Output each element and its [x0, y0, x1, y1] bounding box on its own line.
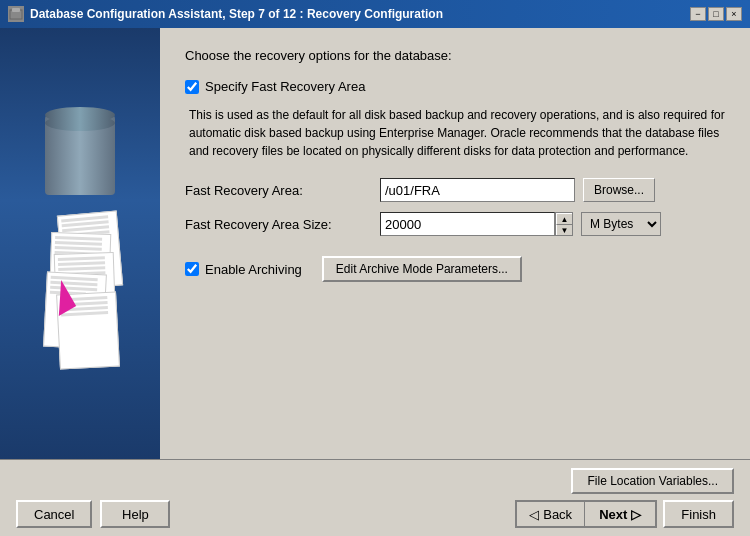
arrow-icon: [50, 283, 70, 313]
back-button[interactable]: ◁ Back: [517, 502, 585, 526]
fast-recovery-size-label: Fast Recovery Area Size:: [185, 217, 380, 232]
archiving-checkbox-row: Enable Archiving: [185, 262, 302, 277]
fast-recovery-area-input[interactable]: [380, 178, 575, 202]
close-button[interactable]: ×: [726, 7, 742, 21]
nav-right: ◁ Back Next ▷ Finish: [515, 500, 734, 528]
page-description: Choose the recovery options for the data…: [185, 48, 725, 63]
back-next-group: ◁ Back Next ▷: [515, 500, 657, 528]
size-input[interactable]: [380, 212, 555, 236]
back-label: Back: [543, 507, 572, 522]
svg-rect-1: [12, 8, 20, 12]
nav-left: Cancel Help: [16, 500, 170, 528]
left-panel: [0, 28, 160, 459]
fast-recovery-area-row: Fast Recovery Area: Browse...: [185, 178, 725, 202]
fast-recovery-area-label: Fast Recovery Area:: [185, 183, 380, 198]
content-area: Choose the recovery options for the data…: [0, 28, 750, 459]
documents-icon: [40, 213, 120, 373]
panel-illustration: [20, 84, 140, 404]
fast-recovery-label[interactable]: Specify Fast Recovery Area: [205, 79, 365, 94]
fast-recovery-checkbox-row: Specify Fast Recovery Area: [185, 79, 725, 94]
edit-archive-button[interactable]: Edit Archive Mode Parameters...: [322, 256, 522, 282]
enable-archiving-label[interactable]: Enable Archiving: [205, 262, 302, 277]
nav-row: Cancel Help ◁ Back Next ▷ Finish: [16, 500, 734, 528]
file-location-button[interactable]: File Location Variables...: [571, 468, 734, 494]
size-spinner: ▲ ▼: [380, 212, 573, 236]
cancel-button[interactable]: Cancel: [16, 500, 92, 528]
spinner-down-button[interactable]: ▼: [556, 224, 572, 235]
database-icon: [45, 115, 115, 195]
info-text: This is used as the default for all disk…: [185, 106, 725, 160]
next-button[interactable]: Next ▷: [585, 502, 655, 526]
window-title: Database Configuration Assistant, Step 7…: [30, 7, 443, 21]
spinner-up-button[interactable]: ▲: [556, 213, 572, 224]
app-icon: [8, 6, 24, 22]
minimize-button[interactable]: −: [690, 7, 706, 21]
fast-recovery-size-row: Fast Recovery Area Size: ▲ ▼ M Bytes G B…: [185, 212, 725, 236]
archiving-section: Enable Archiving Edit Archive Mode Param…: [185, 256, 725, 282]
fast-recovery-checkbox[interactable]: [185, 80, 199, 94]
next-arrow-icon: ▷: [631, 507, 641, 522]
main-window: Choose the recovery options for the data…: [0, 28, 750, 536]
title-bar: Database Configuration Assistant, Step 7…: [0, 0, 750, 28]
browse-button[interactable]: Browse...: [583, 178, 655, 202]
maximize-button[interactable]: □: [708, 7, 724, 21]
file-location-row: File Location Variables...: [16, 468, 734, 494]
help-button[interactable]: Help: [100, 500, 170, 528]
window-controls: − □ ×: [690, 7, 742, 21]
right-panel: Choose the recovery options for the data…: [160, 28, 750, 459]
spinner-controls: ▲ ▼: [555, 212, 573, 236]
next-label: Next: [599, 507, 627, 522]
unit-select[interactable]: M Bytes G Bytes: [581, 212, 661, 236]
enable-archiving-checkbox[interactable]: [185, 262, 199, 276]
finish-button[interactable]: Finish: [663, 500, 734, 528]
back-arrow-icon: ◁: [529, 507, 539, 522]
bottom-bar: File Location Variables... Cancel Help ◁…: [0, 459, 750, 536]
